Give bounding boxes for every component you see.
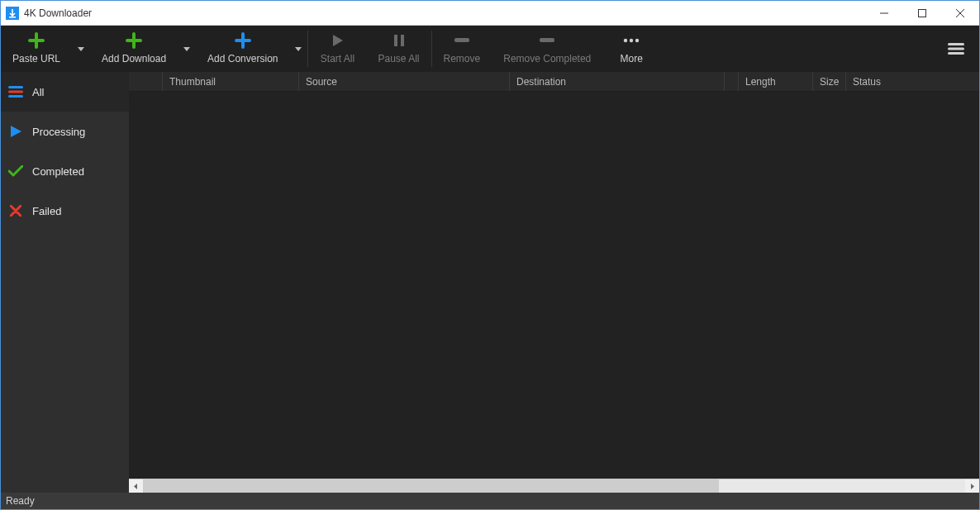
svg-rect-3 — [919, 9, 926, 17]
add-conversion-dropdown[interactable] — [289, 26, 307, 72]
sidebar-item-completed[interactable]: Completed — [1, 151, 129, 191]
more-button[interactable]: More — [602, 26, 660, 72]
column-header-blank2[interactable] — [724, 72, 738, 91]
column-header-size[interactable]: Size — [812, 72, 845, 91]
remove-completed-label: Remove Completed — [503, 53, 591, 64]
paste-url-button[interactable]: Paste URL — [1, 26, 72, 72]
x-icon — [7, 203, 24, 219]
scroll-track[interactable] — [143, 479, 965, 493]
svg-rect-16 — [8, 95, 23, 98]
remove-completed-button[interactable]: Remove Completed — [492, 26, 602, 72]
main-area: All Processing Completed Failed Thumbnai… — [1, 72, 979, 493]
column-header-status[interactable]: Status — [845, 72, 979, 91]
svg-rect-6 — [454, 38, 469, 42]
sidebar: All Processing Completed Failed — [1, 72, 129, 493]
scroll-left-arrow[interactable] — [129, 479, 143, 493]
svg-rect-5 — [401, 35, 404, 46]
minus-icon — [454, 31, 469, 50]
sidebar-processing-label: Processing — [32, 126, 85, 138]
column-header-length[interactable]: Length — [738, 72, 812, 91]
add-download-label: Add Download — [102, 53, 166, 64]
add-download-button[interactable]: Add Download — [90, 26, 178, 72]
pause-all-button[interactable]: Pause All — [366, 26, 431, 72]
minus-icon — [540, 31, 554, 50]
minimize-button[interactable] — [865, 1, 903, 26]
menu-button[interactable] — [933, 26, 979, 72]
pause-all-label: Pause All — [378, 53, 419, 64]
svg-point-9 — [630, 39, 633, 42]
add-conversion-button[interactable]: Add Conversion — [196, 26, 289, 72]
start-all-label: Start All — [321, 53, 354, 64]
scroll-right-arrow[interactable] — [965, 479, 979, 493]
window-title: 4K Downloader — [24, 7, 865, 19]
svg-rect-12 — [948, 48, 964, 50]
svg-rect-1 — [9, 17, 16, 18]
add-conversion-label: Add Conversion — [207, 53, 278, 64]
svg-point-8 — [624, 39, 627, 42]
window-controls — [865, 1, 979, 26]
sidebar-completed-label: Completed — [32, 165, 84, 178]
paste-url-label: Paste URL — [12, 53, 60, 64]
dots-icon — [623, 31, 640, 50]
svg-rect-11 — [948, 43, 964, 45]
toolbar: Paste URL Add Download Add Conversion — [1, 26, 979, 72]
svg-rect-13 — [948, 52, 964, 55]
status-bar: Ready — [1, 493, 979, 509]
status-text: Ready — [6, 495, 35, 507]
grid-body[interactable] — [129, 92, 979, 479]
pause-icon — [392, 31, 406, 50]
svg-point-10 — [635, 39, 639, 42]
hamburger-icon — [948, 43, 964, 55]
svg-rect-15 — [8, 91, 23, 93]
maximize-button[interactable] — [903, 1, 941, 26]
column-header-source[interactable]: Source — [298, 72, 509, 91]
column-headers: Thumbnail Source Destination Length Size… — [129, 72, 979, 92]
start-all-button[interactable]: Start All — [308, 26, 366, 72]
remove-label: Remove — [444, 53, 481, 64]
svg-rect-7 — [540, 38, 554, 42]
plus-icon — [235, 31, 251, 50]
paste-url-dropdown[interactable] — [72, 26, 90, 72]
content-area: Thumbnail Source Destination Length Size… — [129, 72, 979, 493]
sidebar-item-processing[interactable]: Processing — [1, 112, 129, 151]
remove-button[interactable]: Remove — [432, 26, 492, 72]
play-icon — [330, 31, 345, 50]
sidebar-failed-label: Failed — [32, 205, 61, 217]
add-download-dropdown[interactable] — [178, 26, 196, 72]
plus-icon — [28, 31, 45, 50]
sidebar-item-failed[interactable]: Failed — [1, 191, 129, 231]
column-header-destination[interactable]: Destination — [509, 72, 724, 91]
svg-rect-4 — [394, 35, 397, 46]
plus-icon — [126, 31, 142, 50]
play-icon — [7, 123, 24, 140]
more-label: More — [621, 53, 643, 64]
column-header-blank[interactable] — [129, 72, 162, 91]
all-icon — [7, 83, 24, 100]
column-header-thumbnail[interactable]: Thumbnail — [162, 72, 298, 91]
close-button[interactable] — [941, 1, 979, 26]
title-bar: 4K Downloader — [1, 1, 979, 26]
horizontal-scrollbar[interactable] — [129, 479, 979, 493]
sidebar-item-all[interactable]: All — [1, 72, 129, 112]
svg-rect-2 — [880, 12, 888, 13]
scroll-thumb[interactable] — [143, 479, 719, 493]
check-icon — [7, 163, 24, 179]
app-icon — [6, 7, 19, 20]
svg-rect-14 — [8, 86, 23, 88]
sidebar-all-label: All — [32, 86, 44, 98]
